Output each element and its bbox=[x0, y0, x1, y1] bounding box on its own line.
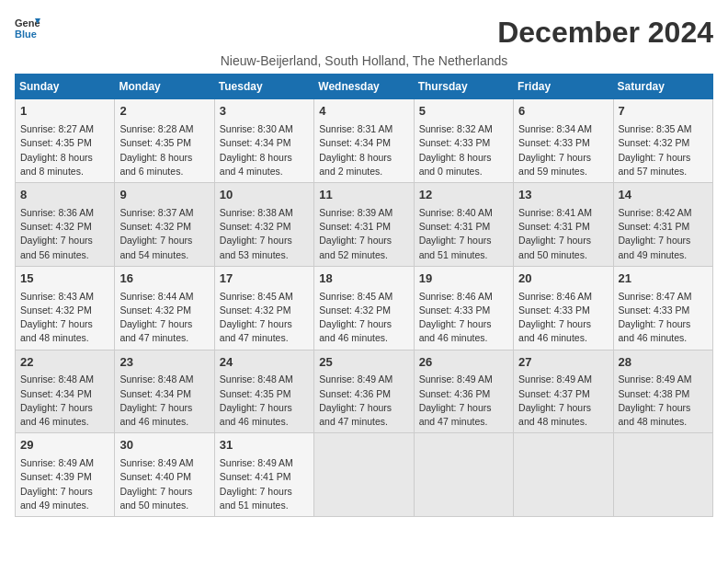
day-info-line: and 46 minutes. bbox=[518, 331, 608, 345]
day-info-line: Daylight: 7 hours bbox=[119, 234, 209, 247]
day-info-line: Sunrise: 8:49 AM bbox=[319, 373, 408, 386]
calendar-week-row: 15Sunrise: 8:43 AMSunset: 4:32 PMDayligh… bbox=[16, 266, 713, 350]
day-info-line: and 47 minutes. bbox=[419, 415, 508, 429]
day-number: 26 bbox=[419, 354, 508, 372]
day-info-line: Sunset: 4:32 PM bbox=[220, 304, 309, 317]
calendar-week-row: 29Sunrise: 8:49 AMSunset: 4:39 PMDayligh… bbox=[16, 433, 713, 517]
day-info-line: and 51 minutes. bbox=[419, 248, 508, 262]
calendar-week-row: 22Sunrise: 8:48 AMSunset: 4:34 PMDayligh… bbox=[16, 350, 713, 433]
day-header-wednesday: Wednesday bbox=[314, 75, 414, 99]
day-info-line: Sunrise: 8:34 AM bbox=[518, 122, 608, 136]
day-info-line: and 46 minutes. bbox=[220, 415, 309, 429]
calendar-cell: 30Sunrise: 8:49 AMSunset: 4:40 PMDayligh… bbox=[115, 433, 214, 517]
day-header-monday: Monday bbox=[115, 75, 214, 99]
day-info-line: Daylight: 7 hours bbox=[419, 401, 508, 415]
day-info-line: Sunset: 4:36 PM bbox=[319, 387, 408, 401]
day-number: 18 bbox=[319, 270, 408, 288]
day-info-line: Sunset: 4:35 PM bbox=[20, 136, 109, 150]
calendar-cell bbox=[613, 433, 712, 517]
day-info-line: Sunset: 4:33 PM bbox=[518, 304, 608, 317]
calendar-cell: 4Sunrise: 8:31 AMSunset: 4:34 PMDaylight… bbox=[314, 99, 414, 183]
day-info-line: Sunrise: 8:40 AM bbox=[419, 206, 508, 220]
calendar-cell: 29Sunrise: 8:49 AMSunset: 4:39 PMDayligh… bbox=[16, 433, 115, 517]
day-info-line: Sunrise: 8:37 AM bbox=[119, 206, 209, 220]
day-info-line: Daylight: 8 hours bbox=[319, 151, 408, 165]
calendar-cell: 5Sunrise: 8:32 AMSunset: 4:33 PMDaylight… bbox=[414, 99, 513, 183]
day-info-line: Sunset: 4:32 PM bbox=[20, 220, 109, 234]
calendar-cell: 15Sunrise: 8:43 AMSunset: 4:32 PMDayligh… bbox=[16, 266, 115, 350]
day-info-line: Sunrise: 8:32 AM bbox=[419, 122, 508, 136]
day-number: 28 bbox=[619, 354, 708, 372]
day-info-line: Daylight: 7 hours bbox=[619, 234, 708, 247]
day-number: 24 bbox=[220, 354, 309, 372]
day-info-line: Daylight: 7 hours bbox=[619, 317, 708, 331]
location-subtitle: Nieuw-Beijerland, South Holland, The Net… bbox=[15, 53, 713, 68]
day-info-line: and 6 minutes. bbox=[119, 165, 209, 178]
calendar-cell: 12Sunrise: 8:40 AMSunset: 4:31 PMDayligh… bbox=[414, 183, 513, 267]
day-info-line: and 46 minutes. bbox=[119, 415, 209, 429]
day-info-line: Daylight: 7 hours bbox=[20, 485, 109, 499]
day-number: 19 bbox=[419, 270, 508, 288]
day-info-line: and 56 minutes. bbox=[20, 248, 109, 262]
day-info-line: Daylight: 8 hours bbox=[419, 151, 508, 165]
day-info-line: and 46 minutes. bbox=[20, 415, 109, 429]
day-number: 22 bbox=[20, 354, 109, 372]
calendar-cell: 19Sunrise: 8:46 AMSunset: 4:33 PMDayligh… bbox=[414, 266, 513, 350]
day-info-line: Sunset: 4:38 PM bbox=[619, 387, 708, 401]
day-header-thursday: Thursday bbox=[414, 75, 513, 99]
day-info-line: Sunrise: 8:31 AM bbox=[319, 122, 408, 136]
day-info-line: Sunrise: 8:27 AM bbox=[20, 122, 109, 136]
day-number: 1 bbox=[20, 103, 109, 121]
calendar-table: SundayMondayTuesdayWednesdayThursdayFrid… bbox=[15, 74, 713, 517]
day-info-line: Daylight: 7 hours bbox=[518, 234, 608, 247]
day-info-line: Sunrise: 8:49 AM bbox=[20, 456, 109, 470]
day-info-line: and 8 minutes. bbox=[20, 165, 109, 178]
day-info-line: Daylight: 7 hours bbox=[419, 234, 508, 247]
day-info-line: Daylight: 7 hours bbox=[518, 317, 608, 331]
calendar-body: 1Sunrise: 8:27 AMSunset: 4:35 PMDaylight… bbox=[16, 99, 713, 517]
day-number: 6 bbox=[518, 103, 608, 121]
day-info-line: Daylight: 8 hours bbox=[20, 151, 109, 165]
day-info-line: Sunset: 4:35 PM bbox=[220, 387, 309, 401]
day-number: 25 bbox=[319, 354, 408, 372]
calendar-cell: 23Sunrise: 8:48 AMSunset: 4:34 PMDayligh… bbox=[115, 350, 214, 433]
day-info-line: and 48 minutes. bbox=[20, 331, 109, 345]
day-header-tuesday: Tuesday bbox=[214, 75, 313, 99]
day-info-line: Sunrise: 8:46 AM bbox=[419, 290, 508, 304]
logo: General Blue bbox=[15, 15, 40, 40]
day-info-line: and 50 minutes. bbox=[119, 499, 209, 512]
day-info-line: and 53 minutes. bbox=[220, 248, 309, 262]
day-info-line: and 57 minutes. bbox=[619, 165, 708, 178]
day-info-line: Sunset: 4:33 PM bbox=[619, 304, 708, 317]
day-info-line: Sunset: 4:32 PM bbox=[619, 136, 708, 150]
day-info-line: and 52 minutes. bbox=[319, 248, 408, 262]
day-info-line: Sunrise: 8:39 AM bbox=[319, 206, 408, 220]
day-number: 12 bbox=[419, 187, 508, 204]
day-info-line: and 46 minutes. bbox=[319, 331, 408, 345]
day-info-line: Sunrise: 8:49 AM bbox=[518, 373, 608, 386]
calendar-cell bbox=[414, 433, 513, 517]
day-info-line: and 59 minutes. bbox=[518, 165, 608, 178]
day-info-line: Sunset: 4:34 PM bbox=[220, 136, 309, 150]
calendar-cell: 26Sunrise: 8:49 AMSunset: 4:36 PMDayligh… bbox=[414, 350, 513, 433]
calendar-header-row: SundayMondayTuesdayWednesdayThursdayFrid… bbox=[16, 75, 713, 99]
day-info-line: Sunset: 4:33 PM bbox=[518, 136, 608, 150]
day-info-line: Sunrise: 8:43 AM bbox=[20, 290, 109, 304]
calendar-cell: 22Sunrise: 8:48 AMSunset: 4:34 PMDayligh… bbox=[16, 350, 115, 433]
calendar-cell: 13Sunrise: 8:41 AMSunset: 4:31 PMDayligh… bbox=[514, 183, 613, 267]
day-info-line: Sunset: 4:34 PM bbox=[20, 387, 109, 401]
day-info-line: Sunrise: 8:28 AM bbox=[119, 122, 209, 136]
day-number: 30 bbox=[119, 437, 209, 454]
day-info-line: Sunrise: 8:49 AM bbox=[419, 373, 508, 386]
day-info-line: Sunset: 4:40 PM bbox=[119, 470, 209, 484]
day-info-line: Sunset: 4:31 PM bbox=[319, 220, 408, 234]
day-info-line: Sunset: 4:35 PM bbox=[119, 136, 209, 150]
day-number: 16 bbox=[119, 270, 209, 288]
calendar-cell: 6Sunrise: 8:34 AMSunset: 4:33 PMDaylight… bbox=[514, 99, 613, 183]
day-info-line: Sunset: 4:32 PM bbox=[119, 220, 209, 234]
calendar-cell: 2Sunrise: 8:28 AMSunset: 4:35 PMDaylight… bbox=[115, 99, 214, 183]
day-info-line: Daylight: 7 hours bbox=[518, 401, 608, 415]
day-info-line: Daylight: 7 hours bbox=[220, 401, 309, 415]
day-info-line: Daylight: 7 hours bbox=[419, 317, 508, 331]
day-info-line: and 48 minutes. bbox=[518, 415, 608, 429]
